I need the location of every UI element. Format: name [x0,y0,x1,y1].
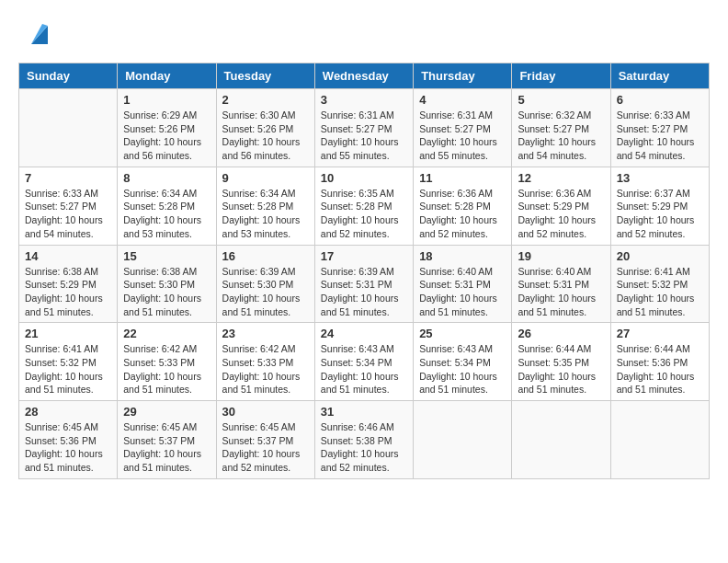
weekday-header: Friday [512,63,610,89]
day-number: 4 [419,93,506,107]
calendar-cell: 3Sunrise: 6:31 AM Sunset: 5:27 PM Daylig… [314,89,413,167]
calendar-cell: 31Sunrise: 6:46 AM Sunset: 5:38 PM Dayli… [314,401,413,479]
calendar-cell: 11Sunrise: 6:36 AM Sunset: 5:28 PM Dayli… [414,167,512,245]
calendar-cell [610,401,709,479]
calendar-cell: 27Sunrise: 6:44 AM Sunset: 5:36 PM Dayli… [610,323,709,401]
day-info: Sunrise: 6:42 AM Sunset: 5:33 PM Dayligh… [123,342,210,396]
day-info: Sunrise: 6:41 AM Sunset: 5:32 PM Dayligh… [25,342,111,396]
header-row: SundayMondayTuesdayWednesdayThursdayFrid… [19,63,710,89]
calendar-cell: 7Sunrise: 6:33 AM Sunset: 5:27 PM Daylig… [19,167,118,245]
day-number: 1 [123,93,210,107]
calendar-cell: 17Sunrise: 6:39 AM Sunset: 5:31 PM Dayli… [314,245,413,323]
day-info: Sunrise: 6:29 AM Sunset: 5:26 PM Dayligh… [123,109,210,163]
day-number: 20 [617,249,703,263]
day-number: 29 [123,405,210,419]
calendar-cell: 15Sunrise: 6:38 AM Sunset: 5:30 PM Dayli… [118,245,216,323]
day-info: Sunrise: 6:34 AM Sunset: 5:28 PM Dayligh… [123,187,210,241]
logo [18,18,51,48]
day-info: Sunrise: 6:31 AM Sunset: 5:27 PM Dayligh… [419,109,506,163]
calendar-week-row: 14Sunrise: 6:38 AM Sunset: 5:29 PM Dayli… [19,245,710,323]
calendar-cell: 13Sunrise: 6:37 AM Sunset: 5:29 PM Dayli… [610,167,709,245]
day-info: Sunrise: 6:41 AM Sunset: 5:32 PM Dayligh… [617,265,703,319]
weekday-header: Tuesday [216,63,314,89]
day-info: Sunrise: 6:32 AM Sunset: 5:27 PM Dayligh… [518,109,604,163]
day-number: 15 [123,249,210,263]
calendar-cell: 12Sunrise: 6:36 AM Sunset: 5:29 PM Dayli… [512,167,610,245]
logo-icon [22,18,51,48]
calendar-week-row: 7Sunrise: 6:33 AM Sunset: 5:27 PM Daylig… [19,167,710,245]
calendar-cell: 18Sunrise: 6:40 AM Sunset: 5:31 PM Dayli… [414,245,512,323]
day-number: 31 [321,405,407,419]
day-number: 12 [518,171,604,185]
day-info: Sunrise: 6:45 AM Sunset: 5:37 PM Dayligh… [222,420,309,475]
day-number: 6 [617,93,703,107]
day-info: Sunrise: 6:42 AM Sunset: 5:33 PM Dayligh… [222,342,309,396]
calendar-cell: 2Sunrise: 6:30 AM Sunset: 5:26 PM Daylig… [216,89,314,167]
day-number: 23 [222,327,309,340]
day-info: Sunrise: 6:38 AM Sunset: 5:29 PM Dayligh… [25,265,111,319]
day-info: Sunrise: 6:39 AM Sunset: 5:30 PM Dayligh… [222,265,309,319]
day-number: 25 [419,327,506,340]
calendar-cell: 5Sunrise: 6:32 AM Sunset: 5:27 PM Daylig… [512,89,610,167]
calendar-cell: 23Sunrise: 6:42 AM Sunset: 5:33 PM Dayli… [216,323,314,401]
day-info: Sunrise: 6:45 AM Sunset: 5:36 PM Dayligh… [25,420,111,475]
day-info: Sunrise: 6:30 AM Sunset: 5:26 PM Dayligh… [222,109,309,163]
day-number: 14 [25,249,111,263]
calendar-table: SundayMondayTuesdayWednesdayThursdayFrid… [18,63,710,479]
day-number: 17 [321,249,407,263]
day-number: 2 [222,93,309,107]
calendar-cell: 6Sunrise: 6:33 AM Sunset: 5:27 PM Daylig… [610,89,709,167]
day-number: 27 [617,327,703,340]
day-info: Sunrise: 6:36 AM Sunset: 5:29 PM Dayligh… [518,187,604,241]
calendar-cell: 30Sunrise: 6:45 AM Sunset: 5:37 PM Dayli… [216,401,314,479]
calendar-cell: 8Sunrise: 6:34 AM Sunset: 5:28 PM Daylig… [118,167,216,245]
calendar-cell: 1Sunrise: 6:29 AM Sunset: 5:26 PM Daylig… [118,89,216,167]
day-info: Sunrise: 6:33 AM Sunset: 5:27 PM Dayligh… [617,109,703,163]
day-number: 26 [518,327,604,340]
day-info: Sunrise: 6:40 AM Sunset: 5:31 PM Dayligh… [419,265,506,319]
calendar-cell [414,401,512,479]
day-number: 16 [222,249,309,263]
day-info: Sunrise: 6:39 AM Sunset: 5:31 PM Dayligh… [321,265,407,319]
calendar-cell: 19Sunrise: 6:40 AM Sunset: 5:31 PM Dayli… [512,245,610,323]
day-info: Sunrise: 6:34 AM Sunset: 5:28 PM Dayligh… [222,187,309,241]
day-number: 18 [419,249,506,263]
day-number: 3 [321,93,407,107]
calendar-week-row: 28Sunrise: 6:45 AM Sunset: 5:36 PM Dayli… [19,401,710,479]
weekday-header: Saturday [610,63,709,89]
day-info: Sunrise: 6:46 AM Sunset: 5:38 PM Dayligh… [321,420,407,475]
day-info: Sunrise: 6:37 AM Sunset: 5:29 PM Dayligh… [617,187,703,241]
calendar-cell: 25Sunrise: 6:43 AM Sunset: 5:34 PM Dayli… [414,323,512,401]
day-number: 28 [25,405,111,419]
weekday-header: Thursday [414,63,512,89]
day-number: 22 [123,327,210,340]
day-info: Sunrise: 6:44 AM Sunset: 5:35 PM Dayligh… [518,342,604,396]
calendar-week-row: 21Sunrise: 6:41 AM Sunset: 5:32 PM Dayli… [19,323,710,401]
calendar-cell: 29Sunrise: 6:45 AM Sunset: 5:37 PM Dayli… [118,401,216,479]
day-info: Sunrise: 6:40 AM Sunset: 5:31 PM Dayligh… [518,265,604,319]
calendar-cell: 4Sunrise: 6:31 AM Sunset: 5:27 PM Daylig… [414,89,512,167]
day-info: Sunrise: 6:35 AM Sunset: 5:28 PM Dayligh… [321,187,407,241]
calendar-cell: 28Sunrise: 6:45 AM Sunset: 5:36 PM Dayli… [19,401,118,479]
calendar-cell: 10Sunrise: 6:35 AM Sunset: 5:28 PM Dayli… [314,167,413,245]
day-info: Sunrise: 6:43 AM Sunset: 5:34 PM Dayligh… [419,342,506,396]
calendar-cell [512,401,610,479]
calendar-week-row: 1Sunrise: 6:29 AM Sunset: 5:26 PM Daylig… [19,89,710,167]
day-number: 11 [419,171,506,185]
page-header [18,18,710,48]
day-info: Sunrise: 6:33 AM Sunset: 5:27 PM Dayligh… [25,187,111,241]
day-info: Sunrise: 6:31 AM Sunset: 5:27 PM Dayligh… [321,109,407,163]
calendar-cell: 21Sunrise: 6:41 AM Sunset: 5:32 PM Dayli… [19,323,118,401]
day-number: 30 [222,405,309,419]
calendar-cell: 26Sunrise: 6:44 AM Sunset: 5:35 PM Dayli… [512,323,610,401]
calendar-cell: 9Sunrise: 6:34 AM Sunset: 5:28 PM Daylig… [216,167,314,245]
day-number: 21 [25,327,111,340]
day-number: 7 [25,171,111,185]
day-number: 19 [518,249,604,263]
calendar-cell [19,89,118,167]
day-info: Sunrise: 6:38 AM Sunset: 5:30 PM Dayligh… [123,265,210,319]
day-number: 10 [321,171,407,185]
day-number: 9 [222,171,309,185]
day-number: 8 [123,171,210,185]
calendar-cell: 14Sunrise: 6:38 AM Sunset: 5:29 PM Dayli… [19,245,118,323]
